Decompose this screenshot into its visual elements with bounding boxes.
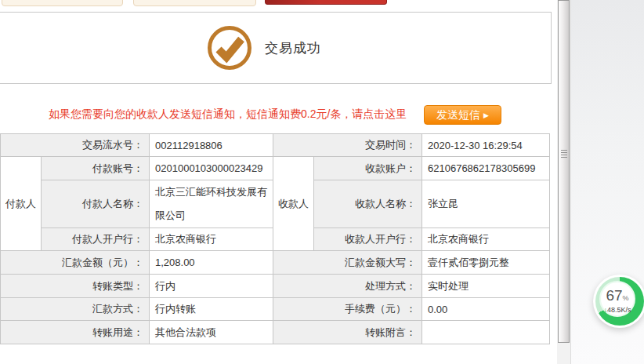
purpose-label: 转账用途： xyxy=(1,321,150,344)
payer-account-value: 0201000103000023429 xyxy=(150,157,273,180)
download-percent: 67 xyxy=(606,287,622,304)
payer-bank-label: 付款人开户行： xyxy=(42,228,150,251)
table-row: 转账用途： 其他合法款项 转账附言： xyxy=(1,321,550,344)
payee-account-label: 收款账户： xyxy=(314,157,422,180)
serial-value: 002112918806 xyxy=(150,134,273,157)
payer-name-label: 付款人名称： xyxy=(42,180,150,228)
payer-group-label: 付款人 xyxy=(1,157,42,251)
table-row: 汇款金额（元）： 1,208.00 汇款金额大写： 壹仟贰佰零捌元整 xyxy=(1,251,550,275)
purpose-value: 其他合法款项 xyxy=(150,321,273,344)
scrollbar-grip-icon xyxy=(561,150,567,159)
postscript-value xyxy=(422,321,550,344)
success-panel: 交易成功 xyxy=(0,12,552,84)
amount-words-value: 壹仟贰佰零捌元整 xyxy=(422,251,550,275)
transaction-details-table: 交易流水号： 002112918806 交易时间： 2020-12-30 16:… xyxy=(0,133,550,344)
table-row: 转账类型： 行内 处理方式： 实时处理 xyxy=(1,275,550,298)
table-row: 汇款方式： 行内转账 手续费（元）： 0.00 xyxy=(1,298,550,321)
payer-bank-value: 北京农商银行 xyxy=(150,228,273,251)
payer-account-label: 付款账号： xyxy=(42,157,150,180)
percent-sign: % xyxy=(623,294,629,302)
process-mode-value: 实时处理 xyxy=(422,275,550,298)
table-row: 交易流水号： 002112918806 交易时间： 2020-12-30 16:… xyxy=(1,134,550,157)
remit-mode-label: 汇款方式： xyxy=(1,298,150,321)
amount-words-label: 汇款金额大写： xyxy=(273,251,422,275)
fee-label: 手续费（元）： xyxy=(273,298,422,321)
payer-name-value: 北京三汇能环科技发展有限公司 xyxy=(150,180,273,228)
payee-bank-value: 北京农商银行 xyxy=(422,228,550,251)
amount-value: 1,208.00 xyxy=(150,251,273,275)
success-title: 交易成功 xyxy=(265,13,321,85)
payee-name-label: 收款人名称： xyxy=(314,180,422,228)
send-sms-button-label: 发送短信 xyxy=(436,108,480,121)
transfer-type-value: 行内 xyxy=(150,275,273,298)
play-arrow-icon: ▶ xyxy=(483,111,489,119)
success-check-icon xyxy=(207,25,252,71)
amount-label: 汇款金额（元）： xyxy=(1,251,150,275)
tab-stub-active[interactable] xyxy=(265,0,387,5)
remit-mode-value: 行内转账 xyxy=(150,298,273,321)
time-label: 交易时间： xyxy=(273,134,422,157)
time-value: 2020-12-30 16:29:54 xyxy=(422,134,550,157)
transfer-type-label: 转账类型： xyxy=(1,275,150,298)
payee-group-label: 收款人 xyxy=(273,157,314,251)
tab-stub-2[interactable] xyxy=(133,0,256,6)
serial-label: 交易流水号： xyxy=(1,134,150,157)
sms-notice: 如果您需要向您的收款人发送短信通知，短信通知费0.2元/条，请点击这里 发送短信… xyxy=(0,104,551,126)
transfer-success-page: 交易成功 如果您需要向您的收款人发送短信通知，短信通知费0.2元/条，请点击这里… xyxy=(0,0,644,364)
download-progress-widget[interactable]: 67% ↓48.5K/s xyxy=(593,275,644,328)
payee-bank-label: 收款人开户行： xyxy=(314,228,422,251)
sms-notice-text: 如果您需要向您的收款人发送短信通知，短信通知费0.2元/条，请点击这里 xyxy=(49,107,407,122)
fee-value: 0.00 xyxy=(422,298,550,321)
progress-inner: 67% ↓48.5K/s xyxy=(599,281,635,317)
download-speed: 48.5K/s xyxy=(607,306,631,314)
payee-account-value: 6210676862178305699 xyxy=(422,157,550,180)
postscript-label: 转账附言： xyxy=(273,321,422,344)
vertical-scrollbar[interactable] xyxy=(557,0,570,364)
payee-name-value: 张立昆 xyxy=(422,180,550,228)
scrollbar-thumb[interactable] xyxy=(558,0,570,343)
table-row: 付款人 付款账号： 0201000103000023429 收款人 收款账户： … xyxy=(1,157,550,180)
process-mode-label: 处理方式： xyxy=(273,275,422,298)
send-sms-button[interactable]: 发送短信 ▶ xyxy=(424,105,501,125)
tab-stub-1[interactable] xyxy=(2,0,123,6)
